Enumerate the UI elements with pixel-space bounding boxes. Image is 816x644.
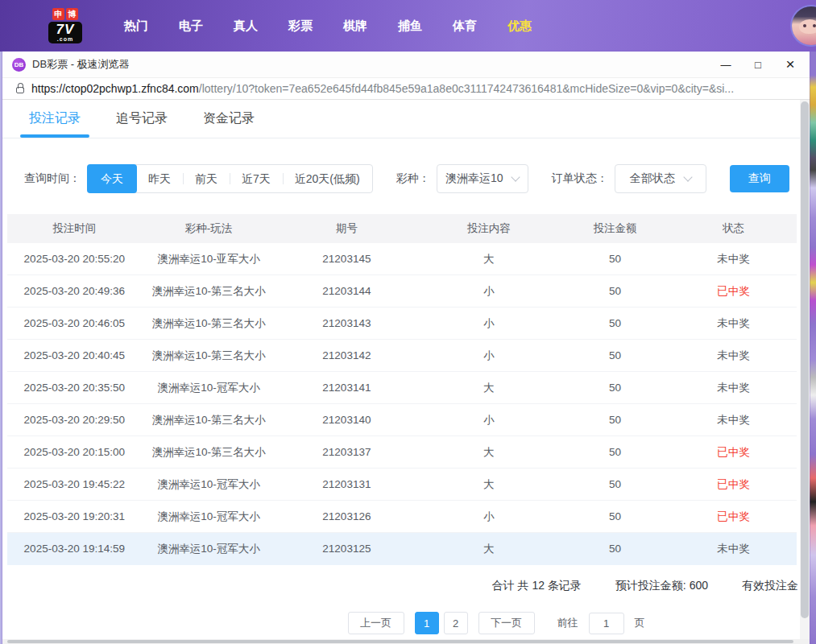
status-filter-label: 订单状态： — [552, 171, 608, 186]
time-filter-option[interactable]: 近20天(低频) — [283, 165, 372, 192]
table-row: 2025-03-20 19:45:22 澳洲幸运10-冠军大小 21203131… — [7, 469, 797, 501]
nav-item[interactable]: 捕鱼 — [383, 19, 437, 34]
column-header: 期号 — [275, 221, 417, 236]
cell-game-play: 澳洲幸运10-冠军大小 — [142, 510, 276, 524]
cell-issue-number: 21203137 — [275, 446, 417, 458]
logo-badge-bo: 博 — [66, 8, 78, 20]
cell-issue-number: 21203142 — [275, 349, 417, 361]
column-header: 投注金额 — [560, 221, 670, 236]
cell-bet-time: 2025-03-20 19:20:31 — [7, 510, 142, 522]
cell-game-play: 澳洲幸运10-第三名大小 — [142, 413, 276, 427]
logo-badges: 申 博 — [52, 8, 78, 20]
tab[interactable]: 投注记录 — [29, 100, 81, 138]
cell-bet-content: 小 — [418, 284, 560, 299]
nav-item[interactable]: 电子 — [164, 19, 218, 34]
browser-window: DB DB彩票 - 极速浏览器 — □ × https://ctop02pchw… — [2, 52, 810, 644]
cell-status: 未中奖 — [670, 349, 797, 363]
cell-bet-time: 2025-03-20 20:40:45 — [7, 349, 142, 361]
cell-status: 未中奖 — [670, 316, 797, 331]
cell-status: 未中奖 — [670, 542, 797, 556]
time-filter-option[interactable]: 今天 — [87, 164, 137, 193]
time-filter-option[interactable]: 近7天 — [230, 165, 283, 192]
table-row: 2025-03-20 20:35:50 澳洲幸运10-冠军大小 21203141… — [7, 372, 797, 404]
cell-game-play: 澳洲幸运10-冠军大小 — [142, 542, 276, 556]
lottery-select[interactable]: 澳洲幸运10 — [437, 164, 528, 193]
cell-issue-number: 21203141 — [275, 382, 417, 394]
table-summary: 合计 共 12 条记录 预计投注金额: 600 有效投注金 — [2, 579, 800, 593]
search-button[interactable]: 查询 — [730, 165, 789, 192]
tab[interactable]: 追号记录 — [116, 100, 168, 138]
cell-issue-number: 21203125 — [275, 543, 417, 555]
time-filter-option[interactable]: 前天 — [183, 165, 230, 192]
summary-total-records: 合计 共 12 条记录 — [492, 579, 582, 593]
nav-item[interactable]: 体育 — [437, 19, 492, 34]
order-status-select[interactable]: 全部状态 — [615, 164, 706, 193]
cell-bet-amount: 50 — [560, 543, 670, 555]
tab[interactable]: 资金记录 — [203, 100, 255, 138]
record-tabs: 投注记录 追号记录 资金记录 — [2, 100, 800, 138]
cell-status: 已中奖 — [670, 510, 797, 524]
url-path: /lottery/10?token=7ea652e645fd44fb845e59… — [199, 82, 734, 95]
nav-item[interactable]: 优惠 — [492, 19, 547, 34]
maximize-icon[interactable]: □ — [742, 53, 774, 76]
minimize-icon[interactable]: — — [710, 53, 742, 76]
table-header: 投注时间 彩种-玩法 期号 投注内容 投注金额 状态 — [7, 214, 797, 243]
logo-com-text: .com — [48, 36, 82, 42]
cell-game-play: 澳洲幸运10-第三名大小 — [142, 316, 276, 331]
cell-issue-number: 21203143 — [275, 317, 417, 329]
cell-game-play: 澳洲幸运10-冠军大小 — [142, 381, 276, 395]
time-filter-option[interactable]: 昨天 — [136, 165, 183, 192]
vertical-scrollbar[interactable] — [800, 100, 810, 644]
nav-item[interactable]: 棋牌 — [328, 19, 383, 34]
cell-issue-number: 21203144 — [275, 285, 417, 297]
cell-status: 未中奖 — [670, 413, 797, 427]
horizontal-scrollbar-thumb[interactable] — [7, 640, 793, 643]
nav-item[interactable]: 彩票 — [273, 19, 328, 34]
cell-bet-time: 2025-03-20 20:15:00 — [7, 446, 142, 458]
next-page-button[interactable]: 下一页 — [478, 612, 535, 634]
nav-item[interactable]: 真人 — [218, 19, 273, 34]
table-row: 2025-03-20 19:20:31 澳洲幸运10-冠军大小 21203126… — [7, 501, 797, 533]
cell-game-play: 澳洲幸运10-第三名大小 — [142, 349, 276, 363]
goto-page-input[interactable] — [589, 613, 624, 634]
time-filter-group: 今天 昨天 前天 近7天 近20天(低频) — [87, 164, 373, 193]
column-header: 投注内容 — [418, 221, 560, 236]
cell-bet-content: 小 — [418, 316, 560, 331]
time-filter-label: 查询时间： — [24, 171, 81, 186]
cell-issue-number: 21203126 — [275, 510, 417, 522]
chevron-down-icon — [683, 172, 692, 181]
url-domain: https://ctop02pchwp1.zfnc84.com — [31, 82, 199, 95]
cell-game-play: 澳洲幸运10-第三名大小 — [142, 445, 276, 460]
site-header: 申 博 7V .com 热门 电子 真人 彩票 棋牌 捕鱼 体育 优惠 — [0, 0, 816, 52]
table-row: 2025-03-20 20:15:00 澳洲幸运10-第三名大小 2120313… — [7, 436, 797, 469]
vertical-scrollbar-thumb[interactable] — [801, 101, 809, 618]
cell-bet-time: 2025-03-20 20:55:20 — [7, 253, 142, 265]
table-body: 2025-03-20 20:55:20 澳洲幸运10-亚军大小 21203145… — [7, 243, 797, 565]
cell-issue-number: 21203140 — [275, 414, 417, 426]
page-number-button[interactable]: 2 — [444, 612, 468, 634]
app-icon: DB — [12, 58, 26, 72]
summary-valid-amount: 有效投注金 — [742, 579, 798, 593]
table-row: 2025-03-20 20:40:45 澳洲幸运10-第三名大小 2120314… — [7, 340, 797, 372]
order-status-value: 全部状态 — [630, 171, 675, 186]
lock-icon — [16, 87, 24, 93]
page-number-button[interactable]: 1 — [415, 612, 439, 634]
column-header: 投注时间 — [7, 221, 142, 236]
goto-page-label: 前往 — [557, 616, 578, 630]
window-controls: — □ × — [710, 53, 806, 76]
cell-game-play: 澳洲幸运10-第三名大小 — [142, 284, 276, 299]
horizontal-scrollbar[interactable] — [2, 639, 810, 644]
user-avatar[interactable] — [792, 6, 816, 45]
window-titlebar: DB DB彩票 - 极速浏览器 — □ × — [2, 52, 810, 77]
cell-bet-time: 2025-03-20 20:46:05 — [7, 317, 142, 329]
close-icon[interactable]: × — [774, 53, 806, 76]
cell-bet-content: 大 — [418, 381, 560, 395]
nav-item[interactable]: 热门 — [109, 19, 164, 34]
cell-bet-content: 大 — [418, 252, 560, 266]
prev-page-button[interactable]: 上一页 — [348, 612, 404, 634]
cell-bet-content: 大 — [418, 477, 560, 492]
address-bar[interactable]: https://ctop02pchwp1.zfnc84.com/lottery/… — [2, 77, 810, 100]
lottery-select-value: 澳洲幸运10 — [445, 171, 503, 186]
site-logo[interactable]: 申 博 7V .com — [44, 8, 86, 43]
table-row: 2025-03-20 20:49:36 澳洲幸运10-第三名大小 2120314… — [7, 275, 797, 308]
